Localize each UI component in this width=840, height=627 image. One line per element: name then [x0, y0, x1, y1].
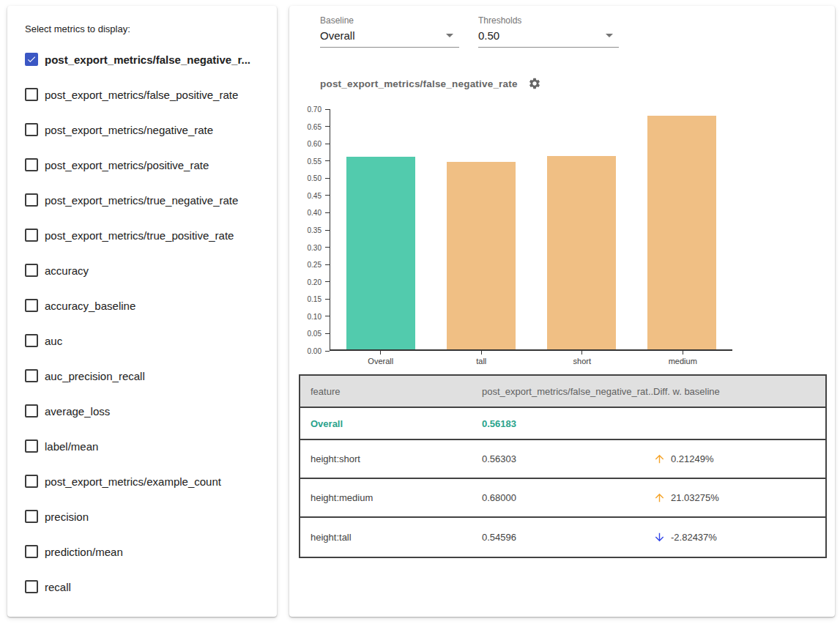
- chart-plot-area: [330, 109, 732, 351]
- metric-list-item[interactable]: post_export_metrics/false_negative_r...: [25, 42, 265, 77]
- thresholds-dropdown[interactable]: Thresholds 0.50: [478, 15, 619, 48]
- metric-list-item[interactable]: auc: [25, 323, 265, 358]
- x-tick-label: medium: [669, 357, 697, 366]
- checkbox-icon[interactable]: [25, 158, 38, 171]
- metric-label: post_export_metrics/false_negative_r...: [45, 53, 250, 66]
- x-tick-label: tall: [476, 357, 486, 366]
- metric-list-item[interactable]: recall: [25, 569, 265, 604]
- y-tick-label: 0.15: [308, 295, 321, 303]
- checkbox-icon[interactable]: [25, 229, 38, 242]
- metric-value-cell: 0.56303: [482, 453, 653, 464]
- y-tick-label: 0.40: [308, 209, 321, 217]
- table-body: Overall 0.56183 height:short 0.56303 0.2…: [300, 408, 825, 557]
- metric-label: post_export_metrics/example_count: [45, 475, 221, 488]
- chevron-down-icon[interactable]: [606, 34, 613, 37]
- diff-cell: -2.82437%: [653, 531, 825, 543]
- bar-short[interactable]: [547, 156, 616, 349]
- x-tick-label: short: [573, 357, 591, 366]
- checkbox-icon[interactable]: [25, 545, 38, 558]
- checkbox-icon[interactable]: [25, 439, 38, 453]
- metric-list-item[interactable]: post_export_metrics/example_count: [25, 464, 265, 499]
- metric-label: accuracy: [45, 264, 89, 277]
- controls-row: Baseline Overall Thresholds 0.50: [320, 15, 835, 48]
- bar-Overall[interactable]: [346, 157, 415, 349]
- checkbox-icon[interactable]: [25, 475, 38, 488]
- gear-icon[interactable]: [528, 77, 541, 90]
- metric-list-item[interactable]: prediction/mean: [25, 534, 265, 569]
- metric-list-item[interactable]: post_export_metrics/false_positive_rate: [25, 77, 265, 112]
- x-slot: short: [532, 351, 633, 366]
- column-header-diff: Diff. w. baseline: [653, 386, 825, 397]
- diff-value: 21.03275%: [671, 492, 719, 503]
- chart-bars: [330, 109, 732, 349]
- metric-label: precision: [45, 511, 89, 523]
- x-tick-label: Overall: [368, 357, 393, 366]
- metric-label: auc: [45, 335, 62, 347]
- checkbox-icon[interactable]: [25, 193, 38, 207]
- y-tick-label: 0.05: [308, 330, 321, 338]
- metric-label: post_export_metrics/false_positive_rate: [45, 89, 238, 101]
- thresholds-dropdown-value: 0.50: [478, 29, 499, 42]
- y-tick-label: 0.60: [308, 140, 321, 148]
- checkbox-icon[interactable]: [25, 510, 38, 523]
- chart-x-axis: Overalltallshortmedium: [330, 351, 733, 366]
- metric-label: post_export_metrics/true_negative_rate: [45, 194, 238, 207]
- checkbox-icon[interactable]: [25, 334, 38, 347]
- bar-tall[interactable]: [447, 162, 516, 349]
- metric-list-item[interactable]: post_export_metrics/negative_rate: [25, 112, 265, 147]
- table-row: height:medium 0.68000 21.03275%: [300, 479, 825, 518]
- bar-chart: 0.000.050.100.150.200.250.300.350.400.45…: [289, 109, 835, 351]
- metric-list-item[interactable]: accuracy: [25, 253, 265, 288]
- chart-header: post_export_metrics/false_negative_rate: [320, 77, 835, 90]
- y-tick-label: 0.45: [308, 191, 321, 199]
- metric-label: label/mean: [45, 440, 98, 453]
- x-tick-mark: [380, 351, 381, 355]
- checkbox-icon[interactable]: [25, 404, 38, 418]
- feature-cell: height:tall: [300, 532, 482, 543]
- checkbox-icon[interactable]: [25, 369, 38, 382]
- metric-list-item[interactable]: precision: [25, 499, 265, 534]
- checkbox-icon[interactable]: [25, 264, 38, 277]
- metric-list-item[interactable]: average_loss: [25, 393, 265, 428]
- checkbox-icon[interactable]: [25, 299, 38, 312]
- metric-label: post_export_metrics/negative_rate: [45, 124, 213, 136]
- bar-medium[interactable]: [647, 116, 716, 349]
- y-tick-label: 0.55: [308, 157, 321, 165]
- metric-label: post_export_metrics/positive_rate: [45, 159, 209, 171]
- metric-list-item[interactable]: post_export_metrics/true_negative_rate: [25, 182, 265, 218]
- checkbox-icon[interactable]: [25, 580, 38, 593]
- metric-label: recall: [45, 581, 71, 593]
- metric-list-item[interactable]: label/mean: [25, 428, 265, 464]
- y-tick-label: 0.25: [308, 261, 321, 269]
- diff-value: 0.21249%: [671, 453, 714, 464]
- metric-list-item[interactable]: post_export_metrics/positive_rate: [25, 147, 265, 182]
- metric-value-cell: 0.54596: [482, 532, 653, 543]
- metric-list-item[interactable]: accuracy_baseline: [25, 288, 265, 323]
- checkbox-icon[interactable]: [25, 88, 38, 101]
- table-row: height:tall 0.54596 -2.82437%: [300, 518, 825, 557]
- metric-list-item[interactable]: auc_precision_recall: [25, 358, 265, 393]
- y-tick-label: 0.65: [308, 122, 321, 130]
- y-tick-label: 0.30: [308, 243, 321, 251]
- x-slot: Overall: [330, 351, 431, 366]
- x-tick-mark: [581, 351, 582, 355]
- diff-cell: 21.03275%: [653, 491, 825, 504]
- table-row: Overall 0.56183: [300, 408, 825, 440]
- bar-slot: [632, 109, 732, 349]
- table-header-row: feature post_export_metrics/false_negati…: [300, 376, 825, 408]
- checkbox-icon[interactable]: [25, 53, 38, 66]
- checkbox-icon[interactable]: [25, 123, 38, 136]
- baseline-dropdown[interactable]: Baseline Overall: [320, 15, 459, 48]
- metric-label: prediction/mean: [45, 546, 123, 558]
- diff-cell: 0.21249%: [653, 453, 825, 465]
- bar-slot: [330, 109, 431, 349]
- thresholds-dropdown-label: Thresholds: [478, 15, 619, 26]
- metric-selector-panel: Select metrics to display: post_export_m…: [7, 6, 277, 617]
- y-tick-label: 0.20: [308, 278, 321, 286]
- check-icon: [26, 54, 37, 64]
- x-slot: medium: [633, 351, 734, 366]
- chevron-down-icon[interactable]: [446, 34, 453, 37]
- metric-list-item[interactable]: post_export_metrics/true_positive_rate: [25, 218, 265, 253]
- metric-value-cell: 0.68000: [482, 492, 653, 503]
- bar-slot: [532, 109, 632, 349]
